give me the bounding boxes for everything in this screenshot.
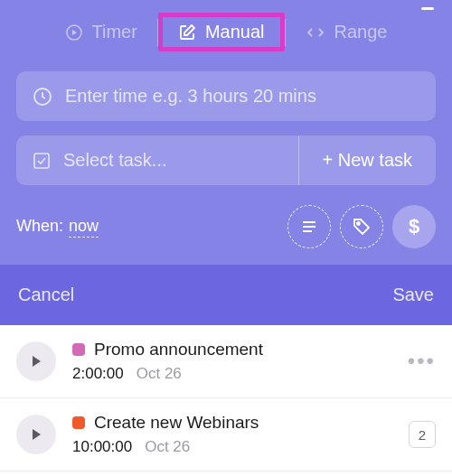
billable-button[interactable]: $ xyxy=(392,205,436,248)
project-color-dot xyxy=(72,416,85,429)
svg-point-3 xyxy=(357,222,360,225)
when-label: When: xyxy=(16,217,63,238)
edit-square-icon xyxy=(178,23,196,42)
time-entry: Create new Webinars 10:00:00 Oct 26 2 xyxy=(0,398,452,471)
minimize-button[interactable] xyxy=(421,7,434,10)
tab-range[interactable]: Range xyxy=(286,13,408,51)
save-button[interactable]: Save xyxy=(392,285,434,305)
time-input[interactable]: Enter time e.g. 3 hours 20 mins xyxy=(16,71,436,121)
play-button[interactable] xyxy=(16,415,56,454)
task-select[interactable]: Select task... xyxy=(16,135,298,185)
tag-icon xyxy=(352,217,372,237)
cancel-button[interactable]: Cancel xyxy=(18,285,74,305)
play-button[interactable] xyxy=(16,341,56,381)
play-circle-icon xyxy=(65,23,83,42)
tab-timer-label: Timer xyxy=(92,22,137,42)
entry-title: Promo announcement xyxy=(94,340,263,359)
new-task-button[interactable]: + New task xyxy=(298,135,436,185)
entry-title: Create new Webinars xyxy=(94,413,259,433)
project-color-dot xyxy=(72,343,85,356)
time-input-placeholder: Enter time e.g. 3 hours 20 mins xyxy=(65,86,316,107)
tab-manual[interactable]: Manual xyxy=(158,13,285,51)
when-value: now xyxy=(69,217,99,238)
range-arrows-icon xyxy=(306,23,325,42)
tab-manual-label: Manual xyxy=(205,22,265,42)
entry-count-badge[interactable]: 2 xyxy=(409,421,436,448)
new-task-label: + New task xyxy=(323,150,412,171)
play-icon xyxy=(30,355,42,368)
entry-date: Oct 26 xyxy=(145,438,190,456)
dollar-icon: $ xyxy=(409,215,419,238)
tab-range-label: Range xyxy=(334,22,388,42)
when-selector[interactable]: When: now xyxy=(16,217,99,238)
mode-tabs: Timer Manual Range xyxy=(16,13,436,51)
time-entries-list: Promo announcement 2:00:00 Oct 26 ••• Cr… xyxy=(0,325,452,471)
tag-button[interactable] xyxy=(340,205,383,248)
svg-rect-2 xyxy=(34,154,49,168)
entry-duration: 2:00:00 xyxy=(72,365,124,383)
task-row: Select task... + New task xyxy=(16,135,436,185)
tab-timer[interactable]: Timer xyxy=(45,13,157,51)
entry-duration: 10:00:00 xyxy=(72,438,132,456)
lines-icon xyxy=(299,217,319,237)
clock-icon xyxy=(33,87,52,107)
checkbox-icon xyxy=(33,152,51,170)
time-entry: Promo announcement 2:00:00 Oct 26 ••• xyxy=(0,325,452,398)
action-bar: Cancel Save xyxy=(0,265,452,325)
entry-more-button[interactable]: ••• xyxy=(408,349,436,374)
play-icon xyxy=(30,428,42,441)
entry-date: Oct 26 xyxy=(137,365,182,383)
description-button[interactable] xyxy=(287,205,331,248)
task-select-placeholder: Select task... xyxy=(63,150,167,171)
